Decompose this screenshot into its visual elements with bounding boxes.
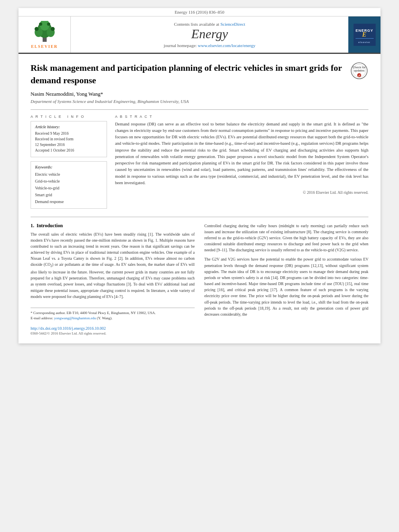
body-left-col: 1. Introduction The overall sales of ele… [31,223,195,335]
copyright: © 2016 Elsevier Ltd. All rights reserved… [115,190,368,195]
keywords-title: Keywords: [35,165,103,169]
keyword-5: Demand response [35,198,103,205]
svg-text:updates: updates [354,69,365,72]
article-content: Risk management and participation planni… [19,54,380,343]
svg-point-5 [35,27,39,31]
article-info-label: A R T I C L E I N F O [31,115,107,119]
page: Energy 116 (2016) 836–850 ELSEVIER [19,8,380,343]
info-abstract-section: A R T I C L E I N F O Article history: R… [31,115,368,209]
issn-text: 0360-5442/© 2016 Elsevier Ltd. All right… [31,331,195,335]
accepted-date: Accepted 1 October 2016 [35,148,103,153]
doi-area: http://dx.doi.org/10.1016/j.energy.2016.… [31,326,195,335]
contents-label: Contents lists available at ScienceDirec… [174,22,245,27]
svg-point-7 [39,23,42,26]
crossmark-icon: Check for updates ✓ [350,62,368,80]
keyword-4: Smart grid [35,191,103,198]
footnote-star: * Corresponding author. EB-T10, 4400 Ves… [31,310,195,316]
body-section: 1. Introduction The overall sales of ele… [31,217,368,335]
intro-two-col: 1. Introduction The overall sales of ele… [31,223,368,335]
journal-homepage: journal homepage: www.elsevier.com/locat… [164,43,255,48]
energy-logo: ENERGY E elsevier [348,16,380,53]
authors: Nasim Nezamoddini, Yong Wang* [31,91,368,97]
right-column: A B S T R A C T Demand response (DR) can… [115,115,368,209]
journal-center: Contents lists available at ScienceDirec… [71,16,348,53]
affiliation: Department of Systems Science and Indust… [31,99,368,104]
sciencedirect-link[interactable]: ScienceDirect [220,22,245,27]
article-title-text: Risk management and participation planni… [31,63,342,85]
divider-1 [31,109,368,110]
doi-link[interactable]: http://dx.doi.org/10.1016/j.energy.2016.… [31,326,195,331]
svg-text:✓: ✓ [358,74,361,78]
svg-text:E: E [362,31,367,38]
journal-header: ELSEVIER Contents lists available at Sci… [19,16,380,54]
journal-ref: Energy 116 (2016) 836–850 [175,10,224,14]
homepage-url[interactable]: www.elsevier.com/locate/energy [198,43,255,48]
svg-rect-12 [356,38,374,39]
elsevier-name: ELSEVIER [31,44,58,49]
keyword-1: Electric vehicle [35,171,103,178]
footnote-email: E-mail address: yongwang@binghamton.edu … [31,316,195,321]
revised-date: 12 September 2016 [35,142,103,148]
journal-reference-bar: Energy 116 (2016) 836–850 [19,8,380,16]
elsevier-logo: ELSEVIER [19,16,71,53]
svg-point-6 [51,27,55,31]
left-column: A R T I C L E I N F O Article history: R… [31,115,107,209]
footnote-area: * Corresponding author. EB-T10, 4400 Ves… [31,308,195,321]
svg-point-8 [47,23,50,26]
energy-logo-icon: ENERGY E elsevier [354,24,376,46]
intro-paragraph-right-1: Controlled charging during the valley ho… [204,223,368,253]
body-right-col: Controlled charging during the valley ho… [204,223,368,335]
article-title-container: Risk management and participation planni… [31,62,368,87]
intro-paragraph-right-2: The G2V and V2G services have the potent… [204,256,368,317]
abstract-text: Demand response (DR) can serve as an eff… [115,121,368,187]
abstract-label: A B S T R A C T [115,115,368,119]
article-history-box: Article history: Received 9 May 2016 Rec… [31,121,107,157]
email-link[interactable]: yongwang@binghamton.edu [54,316,96,320]
svg-text:Check for: Check for [353,66,366,69]
keywords-box: Keywords: Electric vehicle Grid-to-vehic… [31,161,107,209]
elsevier-tree-icon [31,21,59,43]
revised-label: Received in revised form [35,136,103,142]
intro-paragraph-1: The overall sales of electric vehicles (… [31,231,195,300]
crossmark-badge[interactable]: Check for updates ✓ [350,62,368,80]
journal-title: Energy [191,27,228,41]
svg-text:elsevier: elsevier [358,41,370,43]
keyword-3: Vehicle-to-grid [35,185,103,191]
keyword-2: Grid-to-vehicle [35,178,103,185]
received-date: Received 9 May 2016 [35,131,103,136]
article-history-title: Article history: [35,125,103,129]
section-1-heading: 1. Introduction [31,223,195,229]
